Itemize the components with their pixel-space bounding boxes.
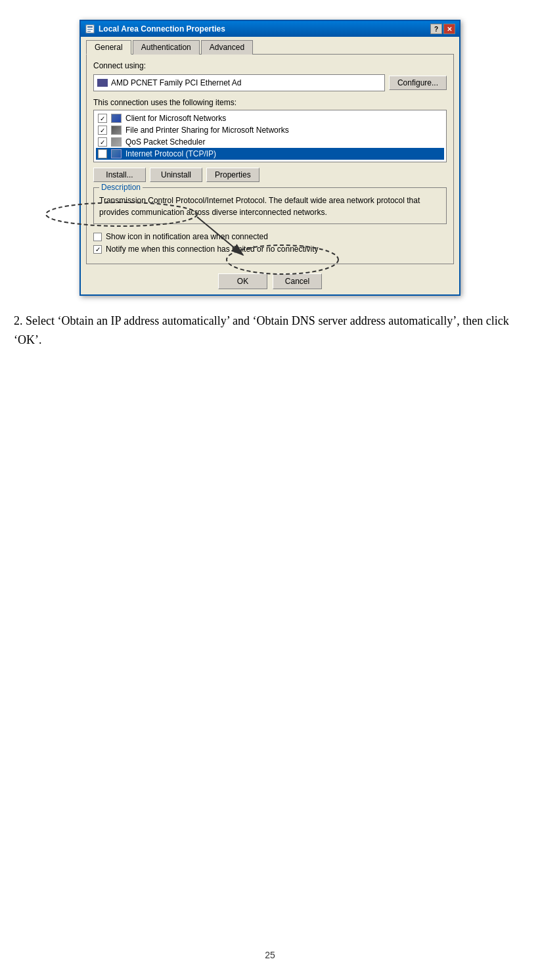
close-button[interactable]: ✕: [443, 24, 455, 34]
titlebar: Local Area Connection Properties ? ✕: [81, 21, 459, 37]
list-item[interactable]: ✓ File and Printer Sharing for Microsoft…: [96, 124, 444, 136]
adapter-field: AMD PCNET Family PCI Ethernet Ad: [93, 74, 385, 91]
properties-button[interactable]: Properties: [206, 168, 259, 182]
page-number: 25: [0, 923, 540, 960]
help-button[interactable]: ?: [430, 24, 442, 34]
items-list: ✓ Client for Microsoft Networks ✓ File a…: [93, 110, 447, 162]
item-text-4: Internet Protocol (TCP/IP): [125, 149, 216, 158]
dialog-footer: OK Cancel: [81, 269, 459, 294]
page-content: Local Area Connection Properties ? ✕ Gen…: [13, 13, 527, 350]
adapter-name: AMD PCNET Family PCI Ethernet Ad: [111, 78, 242, 87]
network-icon: [111, 114, 122, 123]
item-text-1: Client for Microsoft Networks: [125, 114, 226, 123]
description-group-label: Description: [99, 183, 143, 192]
instruction-text: 2. Select ‘Obtain an IP address automati…: [14, 312, 526, 350]
dialog-icon: [85, 24, 95, 34]
notify-label: Notify me when this connection has limit…: [106, 245, 319, 254]
ok-button[interactable]: OK: [218, 273, 267, 289]
item-text-2: File and Printer Sharing for Microsoft N…: [125, 126, 289, 135]
titlebar-controls: ? ✕: [430, 24, 455, 34]
checkbox-1[interactable]: ✓: [98, 114, 107, 123]
svg-rect-2: [87, 29, 93, 30]
uninstall-button[interactable]: Uninstall: [150, 168, 202, 182]
list-item-selected[interactable]: ✓ Internet Protocol (TCP/IP): [96, 148, 444, 160]
main-panel: Connect using: AMD PCNET Family PCI Ethe…: [86, 54, 454, 264]
dialog-wrapper: Local Area Connection Properties ? ✕ Gen…: [79, 20, 461, 296]
svg-rect-3: [87, 31, 91, 32]
tab-authentication[interactable]: Authentication: [133, 40, 200, 55]
list-item[interactable]: ✓ Client for Microsoft Networks: [96, 112, 444, 124]
checkbox-3[interactable]: ✓: [98, 137, 107, 147]
notify-checkbox[interactable]: ✓: [93, 245, 102, 254]
description-text: Transmission Control Protocol/Internet P…: [99, 195, 441, 218]
buttons-row: Install... Uninstall Properties: [93, 168, 447, 182]
notify-row: ✓ Notify me when this connection has lim…: [93, 245, 447, 254]
tab-general[interactable]: General: [86, 40, 131, 55]
show-icon-row: Show icon in notification area when conn…: [93, 232, 447, 241]
svg-rect-1: [87, 26, 93, 28]
connect-using-label: Connect using:: [93, 61, 447, 70]
adapter-icon: [97, 79, 108, 87]
description-group: Description Transmission Control Protoco…: [93, 187, 447, 224]
printer-icon: [111, 126, 122, 135]
items-label: This connection uses the following items…: [93, 98, 447, 107]
list-item[interactable]: ✓ QoS Packet Scheduler: [96, 136, 444, 148]
checkbox-4[interactable]: ✓: [98, 149, 107, 158]
checkbox-2[interactable]: ✓: [98, 126, 107, 135]
titlebar-left: Local Area Connection Properties: [85, 24, 225, 34]
connect-using-row: AMD PCNET Family PCI Ethernet Ad Configu…: [93, 74, 447, 91]
show-icon-checkbox[interactable]: [93, 233, 102, 241]
win-dialog: Local Area Connection Properties ? ✕ Gen…: [79, 20, 461, 296]
item-text-3: QoS Packet Scheduler: [125, 137, 205, 147]
titlebar-title: Local Area Connection Properties: [99, 24, 225, 34]
tab-advanced[interactable]: Advanced: [201, 40, 253, 55]
install-button[interactable]: Install...: [93, 168, 146, 182]
cancel-button[interactable]: Cancel: [273, 273, 322, 289]
protocol-icon: [111, 149, 122, 158]
tabs-row: General Authentication Advanced: [81, 37, 459, 54]
show-icon-label: Show icon in notification area when conn…: [106, 232, 268, 241]
configure-button[interactable]: Configure...: [389, 76, 447, 90]
qos-icon: [111, 137, 122, 147]
